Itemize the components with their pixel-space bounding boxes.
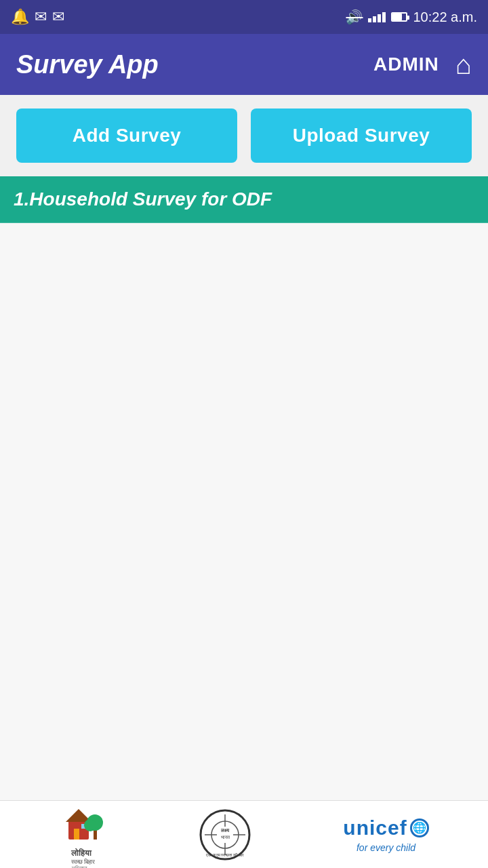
survey-item[interactable]: 1.Household Survey for ODF [0, 176, 488, 223]
unicef-circle-icon: 🌐 [410, 818, 429, 837]
action-buttons-container: Add Survey Upload Survey [0, 95, 488, 176]
sms-icon: ✉ [52, 8, 64, 26]
battery-icon [391, 12, 407, 22]
upload-survey-button[interactable]: Upload Survey [251, 108, 472, 163]
notification-icon: 🔔 [11, 8, 29, 26]
lohia-text: लोहिया स्वच्छ बिहार अभियान [71, 848, 96, 868]
unicef-text: unicef [343, 816, 407, 840]
mute-icon: 🔊 [346, 9, 363, 25]
status-bar: 🔔 ✉ ✉ 🔊 10:22 a.m. [0, 0, 488, 34]
home-icon[interactable]: ⌂ [455, 51, 472, 78]
svg-text:भारत: भारत [220, 835, 230, 840]
lohia-logo: लोहिया स्वच्छ बिहार अभियान [59, 797, 106, 868]
add-survey-button[interactable]: Add Survey [16, 108, 237, 163]
unicef-tagline: for every child [357, 842, 415, 853]
app-bar: Survey App ADMIN ⌂ [0, 34, 488, 95]
unicef-logo: unicef 🌐 for every child [343, 816, 428, 853]
svg-rect-2 [74, 829, 79, 840]
mail-icon: ✉ [35, 8, 47, 26]
status-icons-left: 🔔 ✉ ✉ [11, 8, 64, 26]
svg-point-6 [84, 819, 96, 831]
admin-label: ADMIN [373, 54, 439, 75]
status-icons-right: 🔊 10:22 a.m. [346, 9, 477, 25]
swachh-bharat-logo: लक्ष्य भारत एक कदम स्वच्छता की ओर [198, 808, 252, 862]
svg-text:लक्ष्य: लक्ष्य [220, 828, 230, 833]
signal-icon [368, 12, 386, 22]
lohia-logo-image [59, 797, 106, 844]
app-title: Survey App [16, 50, 159, 79]
footer: लोहिया स्वच्छ बिहार अभियान लक्ष्य भारत ए… [0, 800, 488, 868]
swachh-bharat-image: लक्ष्य भारत एक कदम स्वच्छता की ओर [198, 808, 252, 862]
content-area [0, 223, 488, 800]
svg-text:एक कदम स्वच्छता की ओर: एक कदम स्वच्छता की ओर [205, 852, 244, 857]
status-time: 10:22 a.m. [413, 9, 477, 25]
survey-list: 1.Household Survey for ODF [0, 176, 488, 223]
app-bar-right: ADMIN ⌂ [373, 51, 472, 78]
